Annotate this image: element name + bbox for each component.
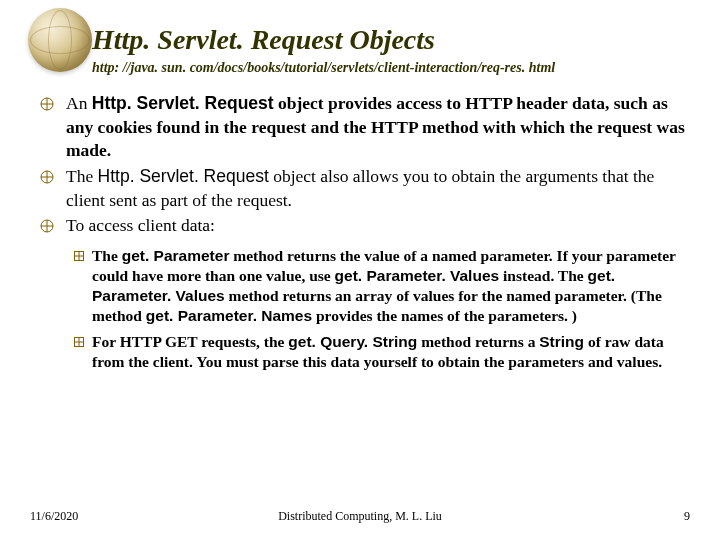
code-text: Http. Servlet. Request (92, 93, 274, 113)
text: The (92, 247, 122, 264)
footer-page: 9 (684, 509, 690, 524)
sub-bullet-item: For HTTP GET requests, the get. Query. S… (30, 332, 690, 372)
footer-center: Distributed Computing, M. L. Liu (278, 509, 442, 524)
text: method returns a (417, 333, 539, 350)
primary-list: An Http. Servlet. Request object provide… (30, 92, 690, 238)
text: For HTTP GET requests, the (92, 333, 288, 350)
text: instead. The (499, 267, 587, 284)
bullet-item: The Http. Servlet. Request object also a… (30, 165, 690, 212)
footer: 11/6/2020 Distributed Computing, M. L. L… (30, 509, 690, 524)
square-bullet-icon (74, 251, 84, 261)
diamond-bullet-icon (40, 219, 54, 233)
bullet-item: To access client data: (30, 214, 690, 238)
code-text: get. Parameter. Values (335, 267, 500, 284)
code-text: String (539, 333, 584, 350)
text: The (66, 166, 98, 186)
globe-graphic (28, 8, 92, 72)
text: provides the names of the parameters. ) (312, 307, 577, 324)
text: An (66, 93, 92, 113)
footer-date: 11/6/2020 (30, 509, 78, 524)
slide-subtitle: http: //java. sun. com/docs/books/tutori… (92, 60, 690, 76)
diamond-bullet-icon (40, 97, 54, 111)
slide: Http. Servlet. Request Objects http: //j… (0, 0, 720, 540)
code-text: get. Query. String (288, 333, 417, 350)
square-bullet-icon (74, 337, 84, 347)
slide-title: Http. Servlet. Request Objects (92, 24, 690, 56)
secondary-list: The get. Parameter method returns the va… (30, 246, 690, 373)
code-text: get. Parameter (122, 247, 230, 264)
content-area: An Http. Servlet. Request object provide… (30, 92, 690, 373)
code-text: Http. Servlet. Request (98, 166, 269, 186)
text: To access client data: (66, 215, 215, 235)
diamond-bullet-icon (40, 170, 54, 184)
code-text: get. Parameter. Names (146, 307, 312, 324)
bullet-item: An Http. Servlet. Request object provide… (30, 92, 690, 163)
sub-bullet-item: The get. Parameter method returns the va… (30, 246, 690, 327)
